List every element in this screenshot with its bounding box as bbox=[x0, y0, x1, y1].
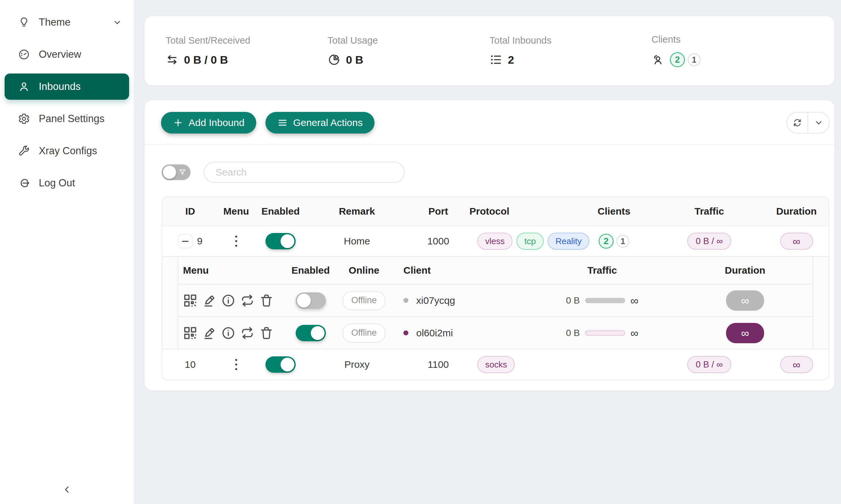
protocol-tag: tcp bbox=[516, 233, 544, 250]
reset-traffic-icon[interactable] bbox=[240, 293, 255, 308]
inbounds-card: Add Inbound General Actions bbox=[144, 100, 835, 391]
pie-chart-icon bbox=[328, 53, 341, 66]
row-menu-button[interactable] bbox=[233, 234, 239, 249]
col-header-traffic: Traffic bbox=[653, 206, 765, 217]
id-cell: 10 bbox=[162, 359, 218, 370]
clients-total-badge: 1 bbox=[688, 53, 701, 66]
col-header-online: Online bbox=[334, 265, 394, 276]
search-input[interactable] bbox=[204, 162, 405, 183]
remark-cell: Proxy bbox=[307, 359, 407, 370]
client-traffic-cell: 0 B ∞ bbox=[527, 327, 678, 339]
stats-card: Total Sent/Received 0 B / 0 B Total Usag… bbox=[144, 16, 835, 85]
search-row bbox=[161, 162, 829, 183]
general-actions-button[interactable]: General Actions bbox=[265, 112, 375, 133]
edit-icon[interactable] bbox=[202, 293, 217, 308]
qr-code-icon[interactable] bbox=[183, 326, 198, 340]
sidebar-item-logout[interactable]: Log Out bbox=[5, 170, 129, 196]
clients-online-badge: 2 bbox=[599, 234, 614, 249]
refresh-dropdown-button[interactable] bbox=[808, 112, 829, 133]
client-enabled-toggle[interactable] bbox=[296, 325, 326, 341]
stat-value: 0 B bbox=[346, 53, 363, 66]
sidebar-item-theme[interactable]: Theme bbox=[5, 9, 129, 35]
info-icon[interactable] bbox=[221, 326, 236, 340]
col-header-menu: Menu bbox=[218, 206, 254, 217]
col-header-remark: Remark bbox=[307, 206, 407, 217]
refresh-button[interactable] bbox=[787, 112, 808, 133]
client-enabled-toggle[interactable] bbox=[296, 292, 326, 309]
client-duration-pill: ∞ bbox=[726, 290, 764, 311]
logout-icon bbox=[18, 177, 30, 189]
client-name: xi07ycqg bbox=[416, 295, 455, 306]
card-toolbar: Add Inbound General Actions bbox=[144, 100, 835, 145]
edit-icon[interactable] bbox=[202, 326, 217, 340]
protocol-tag: vless bbox=[477, 233, 513, 250]
port-cell: 1000 bbox=[407, 236, 469, 247]
filter-toggle[interactable] bbox=[161, 164, 191, 180]
traffic-limit: ∞ bbox=[631, 295, 638, 306]
stat-value: 0 B / 0 B bbox=[184, 53, 228, 66]
inbound-row: 10 Proxy 1100 socks 0 B / ∞ ∞ bbox=[162, 349, 828, 380]
stat-value: 2 bbox=[508, 53, 514, 66]
client-duration-pill: ∞ bbox=[726, 323, 764, 343]
client-status-dot bbox=[404, 298, 408, 303]
col-header-client: Client bbox=[394, 265, 527, 276]
traffic-progress-bar bbox=[585, 298, 625, 303]
remark-cell: Home bbox=[307, 236, 407, 247]
chevron-down-icon bbox=[814, 118, 824, 128]
list-icon bbox=[490, 53, 503, 66]
col-header-duration: Duration bbox=[765, 206, 828, 217]
client-status-dot bbox=[404, 330, 408, 335]
sidebar-item-overview[interactable]: Overview bbox=[5, 41, 129, 68]
traffic-pill: 0 B / ∞ bbox=[687, 233, 731, 250]
collapse-row-button[interactable] bbox=[178, 234, 192, 248]
col-header-enabled: Enabled bbox=[254, 206, 307, 217]
expanded-client-section: Menu Enabled Online Client Traffic Durat… bbox=[162, 256, 828, 349]
client-table-header-row: Menu Enabled Online Client Traffic Durat… bbox=[178, 257, 812, 284]
table-header-row: ID Menu Enabled Remark Port Protocol Cli… bbox=[162, 197, 828, 226]
stat-label: Total Sent/Received bbox=[166, 35, 328, 46]
online-status-badge: Offline bbox=[343, 291, 385, 310]
chevron-left-icon bbox=[62, 484, 72, 495]
inbound-id: 9 bbox=[197, 236, 203, 247]
col-header-enabled: Enabled bbox=[287, 265, 334, 276]
delete-icon[interactable] bbox=[259, 326, 274, 340]
protocol-tag: socks bbox=[477, 356, 515, 373]
person-icon bbox=[18, 80, 30, 93]
sidebar-item-panel-settings[interactable]: Panel Settings bbox=[5, 106, 129, 132]
sidebar-item-label: Xray Configs bbox=[39, 145, 97, 157]
sidebar-collapse-button[interactable] bbox=[60, 482, 74, 497]
main-content: Total Sent/Received 0 B / 0 B Total Usag… bbox=[134, 0, 841, 504]
add-inbound-button[interactable]: Add Inbound bbox=[161, 112, 256, 133]
info-icon[interactable] bbox=[221, 293, 236, 308]
qr-code-icon[interactable] bbox=[183, 293, 198, 308]
sidebar-item-inbounds[interactable]: Inbounds bbox=[5, 73, 129, 100]
enabled-toggle[interactable] bbox=[265, 356, 296, 373]
traffic-pill: 0 B / ∞ bbox=[687, 356, 731, 373]
duration-pill: ∞ bbox=[780, 356, 813, 373]
row-menu-button[interactable] bbox=[233, 357, 239, 372]
traffic-limit: ∞ bbox=[631, 327, 638, 339]
client-name-cell: ol60i2mi bbox=[394, 327, 527, 339]
stat-label: Clients bbox=[651, 34, 813, 45]
minus-icon bbox=[182, 241, 189, 242]
stat-label: Total Usage bbox=[328, 35, 490, 46]
client-row: Offline xi07ycqg 0 B ∞ ∞ bbox=[178, 284, 812, 316]
reset-traffic-icon[interactable] bbox=[240, 326, 255, 340]
client-menu-cell bbox=[178, 326, 287, 340]
online-status-badge: Offline bbox=[343, 324, 385, 343]
delete-icon[interactable] bbox=[259, 293, 274, 308]
people-icon bbox=[651, 53, 665, 66]
client-menu-cell bbox=[178, 293, 287, 308]
inbounds-table: ID Menu Enabled Remark Port Protocol Cli… bbox=[161, 197, 829, 380]
clients-total-badge: 1 bbox=[616, 235, 630, 248]
clients-cell: 2 1 bbox=[574, 234, 653, 249]
swap-arrows-icon bbox=[166, 53, 179, 66]
plus-icon bbox=[173, 118, 183, 128]
wrench-icon bbox=[18, 145, 30, 157]
chevron-down-icon bbox=[113, 18, 122, 27]
sidebar-item-xray-configs[interactable]: Xray Configs bbox=[5, 138, 129, 164]
enabled-toggle[interactable] bbox=[265, 233, 296, 249]
traffic-progress-bar bbox=[585, 330, 625, 336]
col-header-id: ID bbox=[162, 206, 218, 217]
protocol-cell: vless tcp Reality bbox=[469, 233, 574, 250]
